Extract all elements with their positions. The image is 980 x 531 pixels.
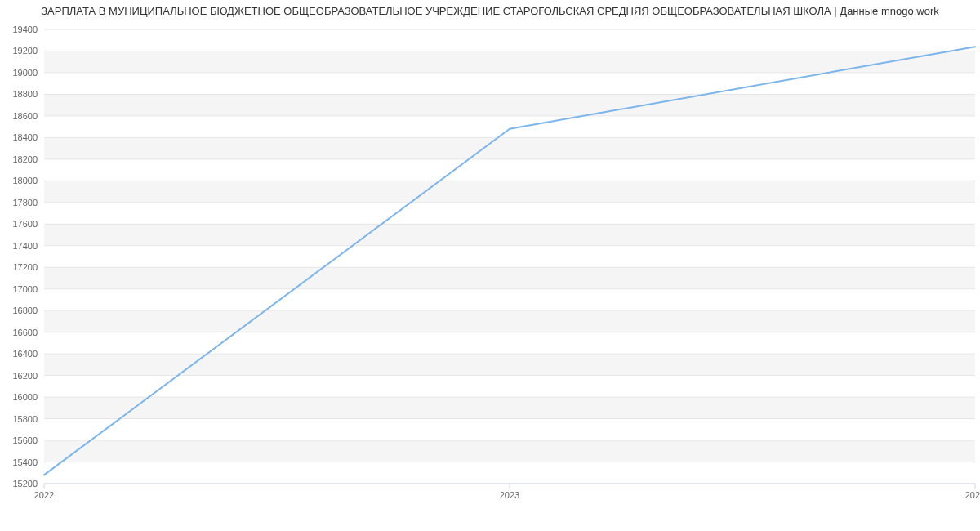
y-tick-label: 18800 <box>12 89 38 99</box>
grid-band <box>44 51 975 72</box>
y-tick-label: 16600 <box>12 328 38 337</box>
x-tick-label: 2022 <box>34 490 54 500</box>
x-tick-label: 2024 <box>965 490 980 500</box>
grid-band <box>44 354 975 375</box>
y-tick-label: 17200 <box>12 262 38 272</box>
y-tick-label: 15400 <box>12 457 38 467</box>
y-tick-label: 19000 <box>12 68 38 78</box>
y-tick-label: 18000 <box>12 176 38 185</box>
grid-band <box>44 397 975 418</box>
y-tick-label: 17400 <box>12 241 38 251</box>
grid-band <box>44 181 975 202</box>
y-tick-label: 18400 <box>12 132 38 142</box>
grid-band <box>44 310 975 332</box>
y-tick-label: 17000 <box>12 284 38 294</box>
y-tick-label: 17800 <box>12 198 38 207</box>
grid-band <box>44 94 975 115</box>
y-tick-label: 16200 <box>12 371 38 381</box>
y-tick-label: 18200 <box>12 154 38 164</box>
y-tick-label: 16800 <box>12 306 38 315</box>
y-tick-label: 18600 <box>12 111 38 121</box>
y-tick-label: 16000 <box>12 392 38 402</box>
y-tick-label: 17600 <box>12 219 38 229</box>
y-tick-label: 19200 <box>12 46 38 56</box>
chart-area: 1520015400156001580016000162001640016600… <box>0 20 980 510</box>
grid-band <box>44 440 975 462</box>
y-tick-label: 16400 <box>12 349 38 359</box>
y-tick-label: 15600 <box>12 435 38 445</box>
x-tick-label: 2023 <box>500 490 519 500</box>
y-tick-label: 19400 <box>12 25 38 34</box>
y-tick-label: 15800 <box>12 414 38 424</box>
chart-title: ЗАРПЛАТА В МУНИЦИПАЛЬНОЕ БЮДЖЕТНОЕ ОБЩЕО… <box>0 5 980 17</box>
grid-band <box>44 137 975 158</box>
grid-band <box>44 267 975 288</box>
y-tick-label: 15200 <box>12 479 38 489</box>
grid-band <box>44 224 975 245</box>
chart-svg: 1520015400156001580016000162001640016600… <box>0 20 980 510</box>
